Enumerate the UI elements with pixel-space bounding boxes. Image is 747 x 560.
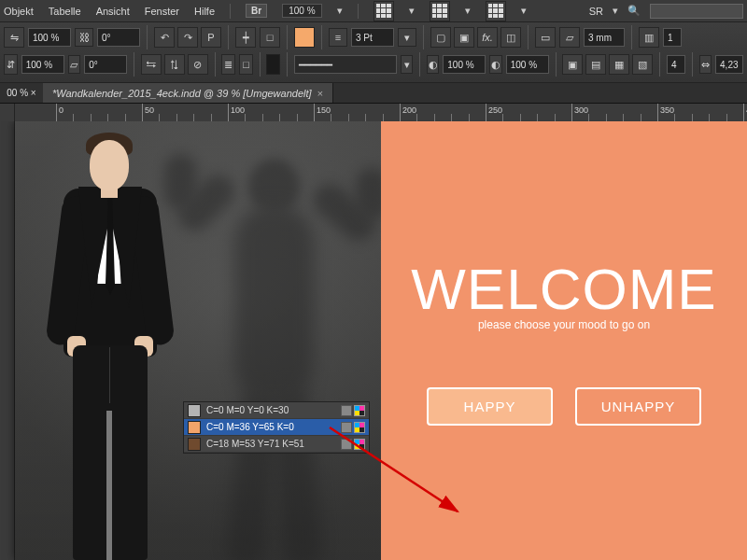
- link-scale-icon[interactable]: ⛓: [75, 28, 93, 47]
- search-icon: 🔍: [627, 5, 641, 17]
- swatch-chip: [188, 421, 201, 434]
- columns-icon[interactable]: ▥: [639, 27, 659, 48]
- swatch-label: C=0 M=0 Y=0 K=30: [206, 405, 335, 415]
- person-photo: [32, 131, 181, 560]
- language-label[interactable]: SR: [589, 6, 603, 17]
- num-field-a[interactable]: 4: [667, 55, 685, 74]
- scale-y-field[interactable]: 100 %: [21, 55, 64, 74]
- frame-icon[interactable]: ▢: [430, 27, 451, 48]
- stroke-chevron-icon[interactable]: ▾: [398, 28, 416, 47]
- clear-transform-icon[interactable]: ⊘: [188, 54, 208, 75]
- screen-mode-icon[interactable]: [430, 1, 450, 21]
- happy-button[interactable]: HAPPY: [427, 387, 553, 426]
- menu-ansicht[interactable]: Ansicht: [96, 6, 130, 17]
- menu-separator: [358, 4, 359, 19]
- welcome-title: WELCOME: [411, 256, 716, 322]
- fit-content-icon[interactable]: ▣: [562, 54, 583, 75]
- crop-icon[interactable]: ▱: [559, 27, 580, 48]
- swatch-row[interactable]: C=18 M=53 Y=71 K=51: [184, 436, 369, 453]
- dropdown-chevron-icon[interactable]: ▾: [521, 5, 527, 17]
- opacity-icon: ◐: [427, 55, 439, 74]
- language-chevron-icon[interactable]: ▾: [613, 5, 618, 17]
- swatch-type-icon: [341, 439, 352, 450]
- control-panel: ⇋ 100 % ⛓ 0° ↶ ↷ P ┿ □ ≡ 3 Pt ▾ ▢ ▣ fx. …: [0, 22, 747, 83]
- swatch-type-icon: [341, 422, 352, 433]
- rotation-field[interactable]: 0°: [97, 28, 140, 47]
- shear-field[interactable]: 0°: [84, 55, 127, 74]
- menu-objekt[interactable]: Objekt: [4, 6, 34, 17]
- horizontal-ruler: 050100150200250300350400: [0, 104, 747, 122]
- swatch-row[interactable]: C=0 M=0 Y=0 K=30: [184, 402, 369, 419]
- swatch-chip: [188, 404, 201, 417]
- swatch-cmyk-icon: [354, 422, 365, 433]
- workspace: WELCOME please choose your mood to go on…: [0, 121, 747, 560]
- align-icon[interactable]: ┿: [235, 27, 256, 48]
- offset-field[interactable]: 3 mm: [584, 28, 625, 47]
- document-page[interactable]: WELCOME please choose your mood to go on…: [15, 121, 747, 560]
- fill-swatch[interactable]: [294, 27, 315, 48]
- menu-hilfe[interactable]: Hilfe: [194, 6, 215, 17]
- stroke-weight-field[interactable]: 3 Pt: [351, 28, 394, 47]
- close-tab-icon[interactable]: ×: [317, 88, 323, 99]
- swatch-cmyk-icon: [354, 439, 365, 450]
- center-content-icon[interactable]: ▦: [609, 54, 629, 75]
- dropdown-chevron-icon[interactable]: ▾: [465, 5, 471, 17]
- menu-bar: Objekt Tabelle Ansicht Fenster Hilfe Br …: [0, 0, 747, 22]
- corner-options-icon[interactable]: ◫: [500, 27, 521, 48]
- paragraph-style-icon[interactable]: P: [201, 27, 221, 48]
- unhappy-button[interactable]: UNHAPPY: [575, 387, 701, 426]
- swatch-chip: [188, 438, 201, 451]
- shear-icon[interactable]: ▱: [68, 55, 80, 74]
- align-icon[interactable]: ≣: [221, 54, 235, 75]
- menu-fenster[interactable]: Fenster: [145, 6, 179, 17]
- view-options-icon[interactable]: [374, 1, 394, 21]
- effects-icon[interactable]: fx.: [477, 27, 498, 48]
- stroke-style-chevron-icon[interactable]: ▾: [401, 55, 413, 74]
- stroke-weight-icon: ≡: [329, 28, 347, 47]
- text-wrap-icon[interactable]: ▣: [454, 27, 474, 48]
- swatch-cmyk-icon: [354, 405, 365, 416]
- vertical-ruler: [0, 121, 15, 560]
- gutter-icon: ⇔: [699, 55, 712, 74]
- opacity-icon: ◐: [489, 55, 501, 74]
- dropdown-chevron-icon[interactable]: ▾: [409, 5, 415, 17]
- columns-field[interactable]: 1: [663, 28, 682, 47]
- fit-frame-icon[interactable]: ▭: [535, 27, 556, 48]
- ruler-origin[interactable]: [0, 104, 15, 122]
- scale-x-field[interactable]: 100 %: [28, 28, 71, 47]
- rotate-ccw-icon[interactable]: ↶: [154, 27, 175, 48]
- swatch-label: C=18 M=53 Y=71 K=51: [206, 439, 335, 449]
- flip-v-icon[interactable]: ⮁: [164, 54, 185, 75]
- opacity-field-a[interactable]: 100 %: [443, 55, 486, 74]
- swatch-type-icon: [341, 405, 352, 416]
- welcome-subtitle: please choose your mood to go on: [478, 318, 650, 331]
- menu-separator: [230, 4, 231, 19]
- page-left-image: [15, 121, 381, 560]
- fit-proportional-icon[interactable]: ▤: [585, 54, 606, 75]
- stroke-style-field[interactable]: ━━━━━━: [294, 55, 397, 74]
- document-tabs: 00 % × *Wandkalender_2015_4eck.indd @ 39…: [0, 83, 747, 104]
- menu-tabelle[interactable]: Tabelle: [49, 6, 81, 17]
- opacity-field-b[interactable]: 100 %: [506, 55, 549, 74]
- zoom-tab[interactable]: 00 % ×: [0, 88, 43, 98]
- distribute-icon[interactable]: □: [260, 27, 280, 48]
- zoom-chevron-icon[interactable]: ▾: [337, 5, 343, 17]
- document-tab[interactable]: *Wandkalender_2015_4eck.indd @ 39 % [Umg…: [43, 83, 333, 103]
- document-tab-label: *Wandkalender_2015_4eck.indd @ 39 % [Umg…: [52, 88, 312, 99]
- flip-vertical-icon[interactable]: ⇵: [4, 54, 18, 75]
- bridge-badge[interactable]: Br: [246, 4, 267, 18]
- rotate-cw-icon[interactable]: ↷: [177, 27, 198, 48]
- swatch-label: C=0 M=36 Y=65 K=0: [206, 422, 335, 432]
- stroke-swatch[interactable]: [266, 54, 280, 75]
- flip-h-icon[interactable]: ⮀: [141, 54, 162, 75]
- zoom-level[interactable]: 100 %: [282, 4, 321, 18]
- arrange-icon[interactable]: [486, 1, 506, 21]
- swatch-row[interactable]: C=0 M=36 Y=65 K=0: [184, 419, 369, 436]
- gutter-field[interactable]: 4,23: [715, 55, 743, 74]
- flip-horizontal-icon[interactable]: ⇋: [4, 27, 24, 48]
- search-input[interactable]: [650, 4, 743, 19]
- page-right-panel: WELCOME please choose your mood to go on…: [381, 121, 747, 560]
- distribute-icon[interactable]: □: [239, 54, 253, 75]
- fit-frame-to-content-icon[interactable]: ▧: [632, 54, 653, 75]
- swatches-panel[interactable]: C=0 M=0 Y=0 K=30C=0 M=36 Y=65 K=0C=18 M=…: [183, 401, 370, 454]
